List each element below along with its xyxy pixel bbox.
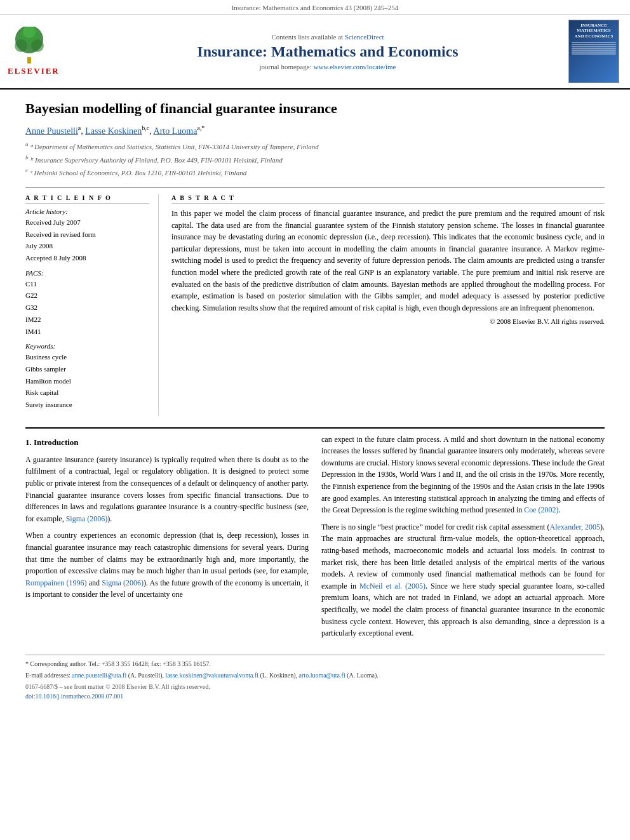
mcneil-link[interactable]: McNeil et al. (2005)	[359, 582, 426, 590]
article-footer: * Corresponding author. Tel.: +358 3 355…	[25, 655, 605, 700]
affiliation-a: a ᵃ Department of Mathematics and Statis…	[25, 140, 605, 152]
article-history: Article history: Received July 2007 Rece…	[25, 208, 149, 264]
elsevier-logo: ELSEVIER	[8, 27, 60, 76]
keywords-list: Business cycle Gibbs sampler Hamilton mo…	[25, 351, 149, 410]
intro-para-1: A guarantee insurance (surety insurance)…	[25, 454, 309, 525]
journal-header: ELSEVIER Contents lists available at Sci…	[0, 15, 630, 90]
sciencedirect-link: Contents lists available at ScienceDirec…	[271, 33, 384, 41]
journal-title-header: Insurance: Mathematics and Economics	[197, 43, 458, 60]
cover-decoration	[572, 41, 616, 55]
abstract-col: A B S T R A C T In this paper we model t…	[171, 194, 605, 416]
keyword-2: Gibbs sampler	[25, 363, 149, 375]
pacs-label: PACS:	[25, 269, 149, 277]
right-para-1: can expect in the future claim process. …	[321, 434, 605, 516]
journal-homepage-link[interactable]: www.elsevier.com/locate/ime	[313, 63, 396, 70]
pacs-im41: IM41	[25, 326, 149, 338]
email1-link[interactable]: anne.puustelli@uta.fi	[72, 672, 126, 679]
date-accepted: Accepted 8 July 2008	[25, 252, 149, 264]
sigma-2006-link-1[interactable]: Sigma (2006)	[66, 514, 108, 523]
author-arto[interactable]: Arto Luoma	[154, 126, 198, 135]
body-right-col: can expect in the future claim process. …	[321, 434, 605, 644]
article-content: Bayesian modelling of financial guarante…	[0, 90, 630, 712]
journal-header-center: Contents lists available at ScienceDirec…	[97, 20, 559, 83]
journal-meta-bar: Insurance: Mathematics and Economics 43 …	[0, 0, 630, 15]
keywords-label: Keywords:	[25, 342, 149, 350]
elsevier-tree-icon	[8, 27, 59, 65]
journal-homepage: journal homepage: www.elsevier.com/locat…	[260, 63, 396, 70]
article-info-label: A R T I C L E I N F O	[25, 194, 149, 204]
doi-link[interactable]: doi:10.1016/j.insmatheco.2008.07.001	[25, 693, 123, 700]
email2-link[interactable]: lasse.koskinen@vakuutusvalvonta.fi	[166, 672, 258, 679]
affiliations: a ᵃ Department of Mathematics and Statis…	[25, 140, 605, 178]
pacs-g22: G22	[25, 290, 149, 302]
coe-2002-link[interactable]: Coe (2002)	[524, 505, 558, 514]
date-received: Received July 2007	[25, 217, 149, 229]
svg-rect-0	[27, 57, 31, 63]
pacs-im22: IM22	[25, 314, 149, 326]
cover-title: INSURANCEMATHEMATICSAND ECONOMICS	[575, 23, 613, 39]
article-title: Bayesian modelling of financial guarante…	[25, 100, 605, 118]
keyword-4: Risk capital	[25, 387, 149, 399]
corresponding-note: * Corresponding author. Tel.: +358 3 355…	[25, 659, 605, 669]
history-label: Article history:	[25, 208, 149, 215]
intro-para-2: When a country experiences an economic d…	[25, 530, 309, 601]
affiliation-b: b ᵇ Insurance Supervisory Authority of F…	[25, 153, 605, 166]
email-line: E-mail addresses: anne.puustelli@uta.fi …	[25, 670, 605, 681]
date-revised-label: Received in revised form	[25, 229, 149, 241]
page: Insurance: Mathematics and Economics 43 …	[0, 0, 630, 840]
author-anne[interactable]: Anne Puustelli	[25, 126, 78, 135]
article-info-col: A R T I C L E I N F O Article history: R…	[25, 194, 159, 416]
keyword-3: Hamilton model	[25, 375, 149, 387]
author-lasse[interactable]: Lasse Koskinen	[85, 126, 142, 135]
pacs-section: PACS: C11 G22 G32 IM22 IM41	[25, 269, 149, 337]
abstract-text: In this paper we model the claim process…	[171, 208, 605, 314]
journal-citation: Insurance: Mathematics and Economics 43 …	[232, 4, 399, 11]
keyword-5: Surety insurance	[25, 399, 149, 411]
keyword-1: Business cycle	[25, 351, 149, 363]
doi-line: doi:10.1016/j.insmatheco.2008.07.001	[25, 693, 605, 700]
body-left-col: 1. Introduction A guarantee insurance (s…	[25, 434, 309, 644]
romppainen-link[interactable]: Romppainen (1996)	[25, 578, 87, 587]
journal-cover-area: INSURANCEMATHEMATICSAND ECONOMICS	[565, 20, 622, 83]
sigma-2006-link-2[interactable]: Sigma (2006)	[102, 578, 144, 587]
right-para-2: There is no single “best practice” model…	[321, 521, 605, 639]
svg-point-5	[31, 39, 44, 52]
info-abstract-section: A R T I C L E I N F O Article history: R…	[25, 187, 605, 416]
dates-list: Received July 2007 Received in revised f…	[25, 217, 149, 264]
email3-link[interactable]: arto.luoma@uta.fi	[299, 672, 345, 679]
svg-point-4	[15, 39, 27, 52]
keywords-section: Keywords: Business cycle Gibbs sampler H…	[25, 342, 149, 410]
abstract-label: A B S T R A C T	[171, 194, 605, 204]
sciencedirect-anchor[interactable]: ScienceDirect	[345, 33, 384, 41]
alexander-2005-link[interactable]: Alexander, 2005	[549, 523, 600, 531]
copyright: © 2008 Elsevier B.V. All rights reserved…	[171, 317, 605, 325]
pacs-list: C11 G22 G32 IM22 IM41	[25, 278, 149, 337]
article-authors: Anne Puustellia, Lasse Koskinenb,c, Arto…	[25, 124, 605, 137]
journal-cover: INSURANCEMATHEMATICSAND ECONOMICS	[568, 20, 619, 83]
elsevier-label: ELSEVIER	[8, 66, 60, 76]
intro-heading: 1. Introduction	[25, 436, 309, 449]
license-line: 0167-6687/$ – see front matter © 2008 El…	[25, 683, 605, 690]
body-section: 1. Introduction A guarantee insurance (s…	[25, 427, 605, 644]
pacs-g32: G32	[25, 302, 149, 314]
date-revised: July 2008	[25, 240, 149, 252]
elsevier-branding: ELSEVIER	[8, 20, 90, 83]
pacs-c11: C11	[25, 278, 149, 290]
affiliation-c: c ᶜ Helsinki School of Economics, P.O. B…	[25, 166, 605, 178]
